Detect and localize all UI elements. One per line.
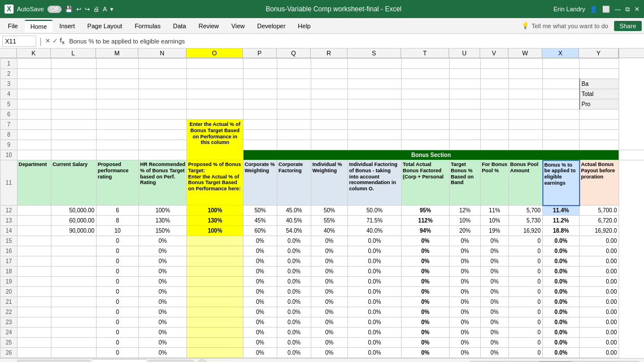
print-icon[interactable]: 🖨 <box>93 6 99 12</box>
title-bar: X AutoSave Off 💾 ↩ ↪ 🖨 A ▾ Bonus-Variabl… <box>0 0 644 18</box>
header-current-salary: Current Salary <box>51 160 97 206</box>
col-header-p[interactable]: P <box>243 49 277 58</box>
cancel-formula-icon[interactable]: ✕ <box>45 37 50 45</box>
tab-formulas[interactable]: Formulas <box>129 20 166 32</box>
header-hr-recommended: HR Recommended % of Bonus Target based o… <box>139 160 187 206</box>
confirm-formula-icon[interactable]: ✓ <box>53 37 58 45</box>
sheet-tabs: ◀ ▶ Performance Ratings Bonus Details Bo… <box>0 358 644 362</box>
tab-review[interactable]: Review <box>193 20 224 32</box>
table-row: 14 90,000.00 10 150% 100% 60% 54.0% 40% … <box>1 226 645 236</box>
lightbulb-icon: 💡 <box>521 22 529 29</box>
tab-home[interactable]: Home <box>25 20 53 32</box>
header-row: 11 Department Current Salary Proposed pe… <box>1 160 645 206</box>
ribbon-search: 💡 Tell me what you want to do <box>521 22 608 29</box>
table-row: 4 Total <box>1 89 645 99</box>
table-row: 1900%0%0.0%0%0.0%0%0%0%00.0%0.00 <box>1 277 645 287</box>
col-header-o[interactable]: O <box>186 49 243 58</box>
header-department: Department <box>18 160 51 206</box>
format-icon[interactable]: A <box>103 6 107 12</box>
insert-function-icon[interactable]: fx <box>60 37 65 45</box>
close-button[interactable]: ✕ <box>634 6 639 13</box>
bonus-section-label: Bonus Section <box>243 150 619 160</box>
col-header-q[interactable]: Q <box>277 49 311 58</box>
more-tools-icon[interactable]: ▾ <box>110 6 114 13</box>
header-for-bonus-pool: For Bonus Pool % <box>481 160 509 206</box>
autosave-label: AutoSave <box>17 6 44 12</box>
col-header-y[interactable]: Y <box>579 49 619 58</box>
formula-input[interactable] <box>67 37 642 46</box>
table-row: 2100%0%0.0%0%0.0%0%0%0%00.0%0.00 <box>1 297 645 307</box>
table-row: 2 <box>1 69 645 79</box>
tab-data[interactable]: Data <box>167 20 192 32</box>
ribbon: File Home Insert Page Layout Formulas Da… <box>0 18 644 34</box>
col-header-n[interactable]: N <box>138 49 186 58</box>
table-row: 13 60,000.00 8 130% 130% 45% 40.5% 55% 7… <box>1 216 645 226</box>
table-row: 8 <box>1 130 645 140</box>
col-header-k[interactable]: K <box>17 49 51 58</box>
table-row: 3 Ba <box>1 79 645 89</box>
ribbon-toggle-icon[interactable]: ⬜ <box>602 6 610 13</box>
save-icon[interactable]: 💾 <box>65 6 73 13</box>
table-row: 1 <box>1 59 645 69</box>
grid-body[interactable]: 1 2 3 <box>0 58 644 358</box>
header-ind-factoring: Individual Factoring of Bonus - taking i… <box>348 160 402 206</box>
title-bar-left: X AutoSave Off 💾 ↩ ↪ 🖨 A ▾ <box>5 5 114 14</box>
excel-logo-icon: X <box>5 5 14 14</box>
col-header-u[interactable]: U <box>449 49 480 58</box>
tab-view[interactable]: View <box>226 20 251 32</box>
account-icon[interactable]: 👤 <box>590 6 598 13</box>
cell-reference-input[interactable] <box>2 36 36 47</box>
maximize-button[interactable]: ⧉ <box>625 6 630 13</box>
formula-divider: | <box>40 37 42 46</box>
user-name: Erin Landry <box>554 6 585 12</box>
table-row: 2000%0%0.0%0%0.0%0%0%0%00.0%0.00 <box>1 287 645 297</box>
add-sheet-button[interactable]: + <box>197 359 208 363</box>
table-row: 6 <box>1 110 645 120</box>
autosave-toggle[interactable]: Off <box>47 6 62 13</box>
col-header-w[interactable]: W <box>508 49 542 58</box>
table-row: 1800%0%0.0%0%0.0%0%0%0%00.0%0.00 <box>1 267 645 277</box>
spreadsheet-grid: 1 2 3 <box>0 58 644 358</box>
table-row: 1500%0%0.0%0%0.0%0%0%0%00.0%0.00 <box>1 236 645 246</box>
sheet-tab-bonus-details[interactable]: Bonus Details <box>91 359 147 362</box>
formula-bar: | ✕ ✓ fx <box>0 34 644 49</box>
table-row: 2600%0%0.0%0%0.0%0%0%0%00.0%0.00 <box>1 348 645 358</box>
window-title: Bonus-Variable Comp worksheet-final - Ex… <box>266 5 402 13</box>
table-row: 2200%0%0.0%0%0.0%0%0%0%00.0%0.00 <box>1 307 645 317</box>
tab-developer[interactable]: Developer <box>251 20 291 32</box>
table-row: 2500%0%0.0%0%0.0%0%0%0%00.0%0.00 <box>1 338 645 348</box>
table-row: 7 Enter the Actual % of Bonus Target Bas… <box>1 120 645 130</box>
col-header-r[interactable]: R <box>311 49 347 58</box>
redo-icon[interactable]: ↪ <box>85 6 90 13</box>
undo-icon[interactable]: ↩ <box>76 6 81 13</box>
table-row: 5 Pro <box>1 99 645 110</box>
sheet-tab-performance-ratings[interactable]: Performance Ratings <box>17 360 90 362</box>
tab-page-layout[interactable]: Page Layout <box>82 20 128 32</box>
share-button[interactable]: Share <box>614 21 642 31</box>
col-header-l[interactable]: L <box>51 49 96 58</box>
header-corp-factoring: Corporate Factoring <box>277 160 311 206</box>
col-header-t[interactable]: T <box>401 49 449 58</box>
col-header-v[interactable]: V <box>480 49 508 58</box>
header-target-bonus: Target Bonus % Based on Band <box>450 160 481 206</box>
table-row: 12 50,000.00 6 100% 100% 50% 45.0% 50% 5… <box>1 206 645 216</box>
header-proposed-bonus-target: Proposed % of Bonus Target:Enter the Act… <box>187 160 243 206</box>
table-row: 10 Bonus Section <box>1 150 645 160</box>
title-bar-right: Erin Landry 👤 ⬜ — ⧉ ✕ <box>554 6 639 13</box>
table-row: 9 <box>1 140 645 150</box>
table-row: 1700%0%0.0%0%0.0%0%0%0%00.0%0.00 <box>1 256 645 267</box>
tab-insert[interactable]: Insert <box>54 20 81 32</box>
tab-help[interactable]: Help <box>292 20 316 32</box>
tab-file[interactable]: File <box>2 20 24 32</box>
header-actual-bonus-payout: Actual Bonus Payout before proration <box>580 160 619 206</box>
search-placeholder[interactable]: Tell me what you want to do <box>532 23 608 29</box>
col-header-x[interactable]: X <box>542 49 579 58</box>
sheet-tab-bonus-key[interactable]: Bonus Key <box>149 360 193 362</box>
header-total-actual-bonus: Total Actual Bonus Factored (Corp + Pers… <box>402 160 450 206</box>
col-header-s[interactable]: S <box>347 49 401 58</box>
col-header-m[interactable]: M <box>96 49 138 58</box>
header-bonus-pct-eligible: Bonus % to be applied to eligible earnin… <box>543 160 580 206</box>
minimize-button[interactable]: — <box>615 6 621 12</box>
header-corp-pct-weighting: Corporate % Weighting <box>243 160 277 206</box>
table-row: 2400%0%0.0%0%0.0%0%0%0%00.0%0.00 <box>1 328 645 338</box>
